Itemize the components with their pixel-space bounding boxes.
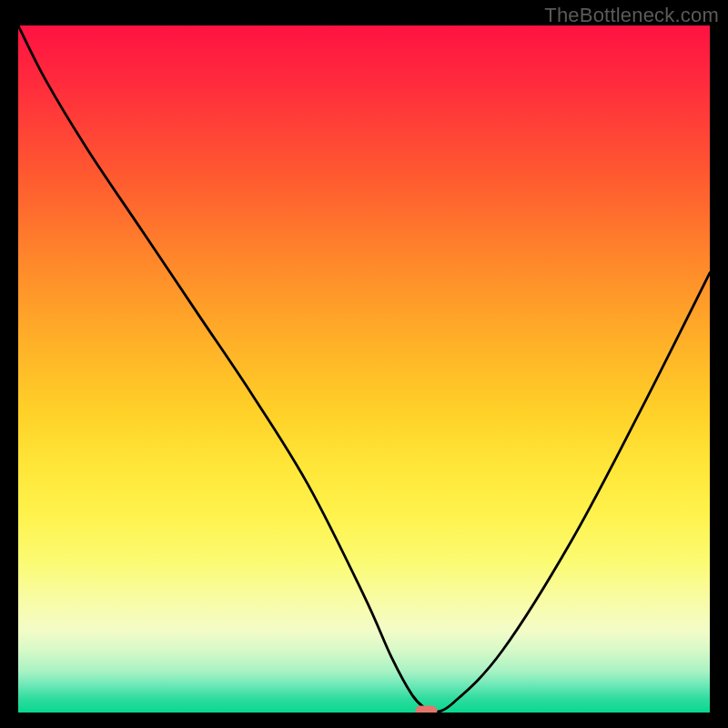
chart-frame: TheBottleneck.com: [0, 0, 728, 728]
minimum-marker-icon: [415, 705, 437, 713]
plot-area: [18, 25, 710, 713]
curve-line: [18, 25, 710, 713]
watermark-text: TheBottleneck.com: [544, 4, 719, 27]
bottleneck-curve: [18, 25, 710, 713]
